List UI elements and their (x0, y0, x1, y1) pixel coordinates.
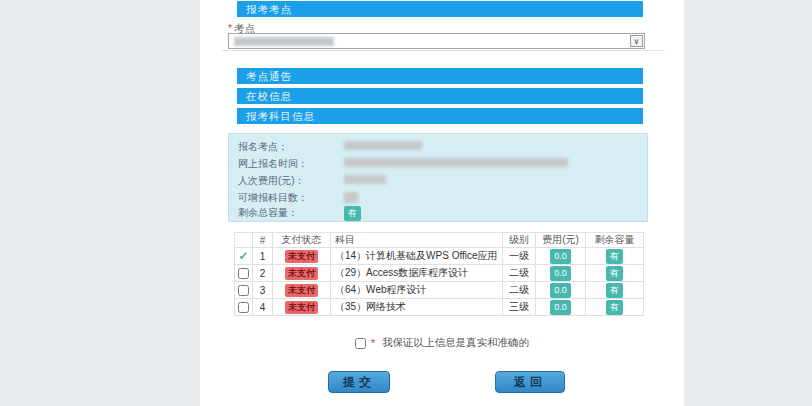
info-label: 剩余总容量： (238, 207, 298, 218)
info-label: 网上报名时间： (238, 158, 308, 169)
info-row-capacity: 剩余总容量： 有 (238, 206, 298, 220)
header-fee: 费用(元) (536, 233, 586, 248)
fee-badge: 0.0 (550, 300, 571, 315)
subject-table: # 支付状态 科目 级别 费用(元) 剩余容量 ✓ 1 未支付 （14）计算机基… (234, 232, 644, 316)
divider (222, 50, 665, 51)
submit-button[interactable]: 提交 (328, 371, 390, 393)
info-row-extra-subjects: 可增报科目数： (238, 191, 308, 205)
registration-form: 报考考点 *考点 ∨ 考点通告 在校信息 报考科目信息 报名考点： 网上报名时间… (200, 0, 684, 406)
subject-table-header-row: # 支付状态 科目 级别 费用(元) 剩余容量 (235, 233, 644, 248)
capacity-badge: 有 (606, 300, 623, 315)
fee-badge: 0.0 (550, 283, 571, 298)
table-row: 3 未支付 （64）Web程序设计 二级 0.0 有 (235, 282, 644, 299)
subject-level: 二级 (503, 265, 536, 282)
row-num: 1 (253, 248, 273, 265)
header-level: 级别 (503, 233, 536, 248)
exam-site-select[interactable]: ∨ (228, 33, 645, 49)
payment-status-badge: 未支付 (285, 267, 318, 280)
dropdown-arrow-icon[interactable]: ∨ (630, 35, 643, 47)
info-label: 可增报科目数： (238, 192, 308, 203)
subject-level: 三级 (503, 299, 536, 316)
info-row-site: 报名考点： (238, 140, 288, 154)
capacity-badge: 有 (606, 249, 623, 264)
subject-name: （35）网络技术 (331, 299, 503, 316)
payment-status-badge: 未支付 (285, 284, 318, 297)
section-header-site-notice-label: 考点通告 (246, 70, 292, 82)
table-row: 4 未支付 （35）网络技术 三级 0.0 有 (235, 299, 644, 316)
subject-name: （14）计算机基础及WPS Office应用 (331, 248, 503, 265)
confirm-checkbox[interactable] (355, 338, 366, 349)
redacted-select-value (234, 37, 334, 46)
redacted-value (344, 175, 386, 184)
payment-status-badge: 未支付 (285, 250, 318, 263)
info-row-reg-time: 网上报名时间： (238, 157, 308, 171)
redacted-value (344, 158, 568, 167)
selected-check-icon: ✓ (238, 249, 248, 263)
capacity-badge: 有 (606, 266, 623, 281)
info-label: 人次费用(元)： (238, 175, 305, 186)
back-button[interactable]: 返回 (495, 371, 565, 393)
subject-select-checkbox[interactable] (238, 302, 249, 313)
row-num: 3 (253, 282, 273, 299)
header-select (235, 233, 253, 248)
exam-site-info-panel: 报名考点： 网上报名时间： 人次费用(元)： 可增报科目数： 剩余总容量： 有 (228, 133, 648, 222)
capacity-badge: 有 (344, 206, 361, 221)
section-header-subject-info[interactable]: 报考科目信息 (237, 108, 643, 124)
section-header-exam-site-label: 报考考点 (246, 3, 292, 15)
required-asterisk: * (371, 337, 375, 349)
confirmation-text: 我保证以上信息是真实和准确的 (382, 336, 529, 350)
info-row-fee: 人次费用(元)： (238, 174, 305, 188)
redacted-value (344, 192, 358, 203)
section-header-school-info[interactable]: 在校信息 (237, 88, 643, 104)
subject-name: （29）Access数据库程序设计 (331, 265, 503, 282)
header-capacity: 剩余容量 (586, 233, 644, 248)
confirmation-row: * 我保证以上信息是真实和准确的 (200, 334, 684, 352)
table-row: ✓ 1 未支付 （14）计算机基础及WPS Office应用 一级 0.0 有 (235, 248, 644, 265)
section-header-school-info-label: 在校信息 (246, 90, 292, 102)
row-num: 2 (253, 265, 273, 282)
subject-name: （64）Web程序设计 (331, 282, 503, 299)
section-header-exam-site: 报考考点 (237, 1, 643, 17)
table-row: 2 未支付 （29）Access数据库程序设计 二级 0.0 有 (235, 265, 644, 282)
header-subject: 科目 (331, 233, 503, 248)
info-label: 报名考点： (238, 141, 288, 152)
payment-status-badge: 未支付 (285, 301, 318, 314)
fee-badge: 0.0 (550, 249, 571, 264)
section-header-subject-info-label: 报考科目信息 (246, 110, 315, 122)
subject-level: 二级 (503, 282, 536, 299)
row-num: 4 (253, 299, 273, 316)
section-header-site-notice[interactable]: 考点通告 (237, 68, 643, 84)
fee-badge: 0.0 (550, 266, 571, 281)
subject-select-checkbox[interactable] (238, 268, 249, 279)
subject-select-checkbox[interactable] (238, 285, 249, 296)
header-status: 支付状态 (273, 233, 331, 248)
header-num: # (253, 233, 273, 248)
capacity-badge: 有 (606, 283, 623, 298)
redacted-value (344, 141, 422, 150)
subject-level: 一级 (503, 248, 536, 265)
